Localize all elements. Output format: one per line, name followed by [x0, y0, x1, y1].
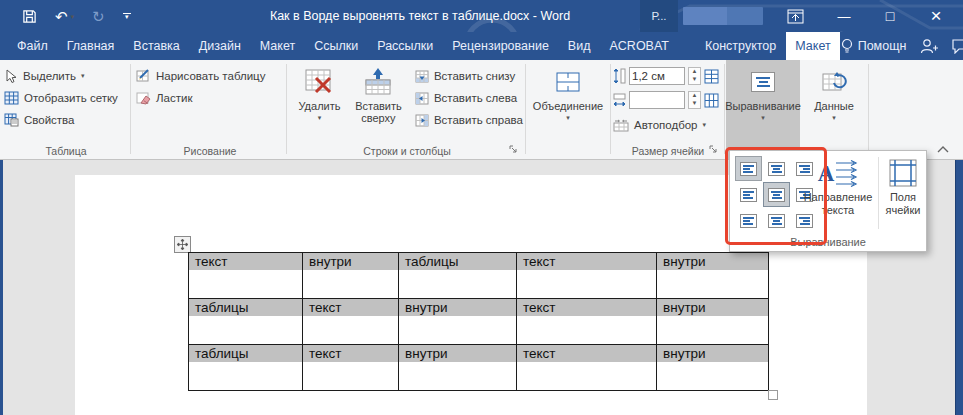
dialog-launcher-icon[interactable]	[709, 145, 720, 156]
tab-дизайн[interactable]: Дизайн	[190, 32, 250, 60]
lightbulb-icon	[841, 38, 853, 54]
insert-above-button[interactable]: Вставить сверху	[348, 60, 409, 131]
table-cell[interactable]: внутри	[399, 299, 517, 345]
window-left-border	[0, 160, 3, 415]
insert-right-button[interactable]: Вставить справа	[415, 109, 523, 131]
group-rows-columns: Удалить ▾ Вставить сверху Вставить снизу…	[291, 60, 523, 159]
insert-below-button[interactable]: Вставить снизу	[415, 65, 523, 87]
group-label-cell-size: Размер ячейки	[613, 145, 723, 157]
text-direction-button[interactable]: A Направление текста	[796, 155, 880, 217]
customize-quick-access-icon[interactable]: ▾	[123, 13, 131, 19]
tab-рассылки[interactable]: Рассылки	[368, 32, 442, 60]
table-properties-button[interactable]: Свойства	[4, 109, 128, 131]
move-arrows-icon	[177, 239, 188, 250]
panel-group-label: Выравнивание	[730, 236, 926, 248]
tab-макет[interactable]: Макет	[251, 32, 304, 60]
eraser-button[interactable]: Ластик	[136, 87, 284, 109]
tab-вид[interactable]: Вид	[559, 32, 600, 60]
table-cell[interactable]: внутри	[303, 253, 399, 299]
table-cell[interactable]: текст	[303, 345, 399, 391]
table-cell[interactable]: текст	[303, 299, 399, 345]
alignment-dropdown-button[interactable]: Выравнивание ▾	[726, 60, 800, 122]
delete-table-icon	[304, 64, 334, 100]
table-cell[interactable]: текст	[517, 253, 657, 299]
save-icon[interactable]	[22, 9, 37, 24]
selected-text-highlight: текст	[303, 345, 398, 362]
tab-ссылки[interactable]: Ссылки	[305, 32, 367, 60]
cell-margins-button[interactable]: Поля ячейки	[880, 155, 926, 217]
table-cell[interactable]: таблицы	[399, 253, 517, 299]
table-cell[interactable]: внутри	[657, 345, 769, 391]
maximize-button[interactable]: □	[876, 0, 904, 32]
autofit-icon	[613, 119, 629, 132]
selected-text-highlight: таблицы	[189, 345, 302, 362]
width-spinner[interactable]: ▲▼	[688, 91, 701, 109]
height-spinner[interactable]: ▲▼	[688, 67, 701, 85]
minimize-button[interactable]: —	[830, 0, 858, 32]
group-table: Выделить▾ Отобразить сетку Свойства Табл…	[4, 60, 128, 159]
ribbon-display-options-button[interactable]	[782, 0, 808, 32]
alignment-icon	[751, 64, 775, 100]
window-title: Как в Ворде выровнять текст в таблице.do…	[210, 0, 630, 32]
align-bottom-left-button[interactable]	[735, 208, 762, 233]
alignment-dropdown-panel: A Направление текста Поля ячейки Выравни…	[729, 150, 927, 252]
ribbon: Выделить▾ Отобразить сетку Свойства Табл…	[0, 60, 963, 160]
selected-text-highlight: таблицы	[399, 253, 516, 270]
tab-макет[interactable]: Макет	[786, 32, 839, 60]
table-cell[interactable]: внутри	[657, 299, 769, 345]
view-gridlines-button[interactable]: Отобразить сетку	[4, 87, 128, 109]
selected-text-highlight: текст	[303, 299, 398, 316]
table-resize-handle[interactable]	[768, 390, 778, 400]
selected-text-highlight: внутри	[399, 299, 516, 316]
table-cell[interactable]: текст	[517, 345, 657, 391]
tab-файл[interactable]: Файл	[8, 32, 57, 60]
tab-рецензирование[interactable]: Рецензирование	[443, 32, 558, 60]
tab-главная[interactable]: Главная	[58, 32, 124, 60]
comment-icon[interactable]	[952, 39, 963, 54]
user-account-redacted	[683, 7, 763, 25]
table-cell[interactable]: внутри	[399, 345, 517, 391]
align-top-center-button[interactable]	[763, 156, 790, 181]
group-merge: Объединение ▾	[528, 60, 608, 159]
group-draw: Нарисовать таблицу Ластик Рисование	[136, 60, 284, 159]
collapse-ribbon-icon[interactable]	[937, 146, 949, 153]
align-center-icon	[768, 188, 785, 202]
table-cell[interactable]: текст	[189, 253, 303, 299]
help-label: Помощн	[858, 39, 907, 53]
table-column-width-input[interactable]	[629, 91, 685, 109]
table-cell[interactable]: таблицы	[189, 345, 303, 391]
align-top-left-button[interactable]	[735, 156, 762, 181]
close-button[interactable]: ×	[920, 0, 952, 32]
select-button[interactable]: Выделить▾	[4, 65, 128, 87]
dialog-launcher-icon[interactable]	[509, 145, 520, 156]
ribbon-tabs: ФайлГлавнаяВставкаДизайнМакетСсылкиРассы…	[0, 32, 841, 60]
autofit-button[interactable]: Автоподбор▾	[613, 115, 723, 135]
redo-button[interactable]: ↻	[92, 9, 105, 24]
tab-acrobat[interactable]: ACROBAT	[600, 32, 678, 60]
tab-вставка[interactable]: Вставка	[124, 32, 188, 60]
merge-dropdown-button[interactable]: Объединение ▾	[528, 60, 608, 122]
align-bottom-center-button[interactable]	[763, 208, 790, 233]
selected-text-highlight: текст	[517, 299, 656, 316]
table-move-handle[interactable]	[174, 236, 191, 253]
insert-left-button[interactable]: Вставить слева	[415, 87, 523, 109]
text-direction-icon: A	[818, 155, 859, 191]
merge-cells-icon	[555, 64, 581, 100]
group-alignment: Выравнивание ▾	[726, 60, 800, 159]
table-cell[interactable]: внутри	[657, 253, 769, 299]
document-table: текствнутритаблицытекствнутритаблицытекс…	[188, 252, 769, 391]
insert-above-icon	[363, 64, 393, 100]
table-row-height-input[interactable]	[629, 67, 685, 85]
align-center-left-button[interactable]	[735, 182, 762, 207]
table-cell[interactable]: текст	[517, 299, 657, 345]
delete-button[interactable]: Удалить ▾	[291, 60, 348, 131]
align-center-button[interactable]	[763, 182, 790, 207]
table-cell[interactable]: таблицы	[189, 299, 303, 345]
tab-конструктор[interactable]: Конструктор	[696, 32, 785, 60]
tell-me-button[interactable]: Помощн	[841, 38, 907, 54]
undo-button[interactable]: ↶▾	[55, 9, 74, 24]
data-dropdown-button[interactable]: Данные ▾	[802, 60, 866, 122]
draw-table-button[interactable]: Нарисовать таблицу	[136, 65, 284, 87]
selected-text-highlight: внутри	[399, 345, 516, 362]
share-person-icon[interactable]	[920, 38, 938, 54]
